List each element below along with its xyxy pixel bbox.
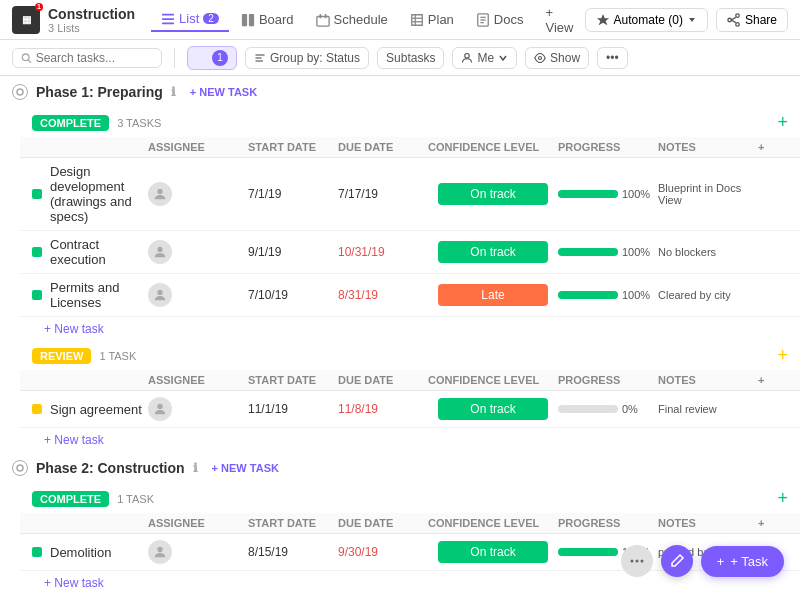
col-task (32, 141, 148, 153)
more-button[interactable]: ••• (597, 47, 628, 69)
svg-point-25 (465, 53, 470, 58)
review-add-icon[interactable]: + (777, 345, 788, 366)
progress-pct: 100% (622, 188, 652, 200)
p2-complete-col-headers: ASSIGNEE START DATE DUE DATE CONFIDENCE … (20, 513, 800, 534)
person-silhouette-icon (153, 288, 167, 302)
svg-point-31 (157, 404, 162, 409)
tab-plan[interactable]: Plan (400, 8, 464, 31)
progress-bar (558, 291, 618, 299)
complete-new-task[interactable]: + New task (20, 317, 800, 341)
task-name: Design development (drawings and specs) (50, 164, 148, 224)
svg-point-39 (640, 560, 643, 563)
svg-point-32 (17, 465, 23, 471)
review-task-count: 1 TASK (99, 350, 136, 362)
phase1-review-header: REVIEW 1 TASK + (20, 341, 800, 370)
toolbar-divider (174, 48, 175, 68)
app-logo: ▦ 1 (12, 6, 40, 34)
phase1-name: Phase 1: Preparing (36, 84, 163, 100)
phase2-new-task-button[interactable]: + NEW TASK (206, 460, 285, 476)
me-button[interactable]: Me (452, 47, 517, 69)
toolbar: 1 Group by: Status Subtasks Me Show ••• (0, 40, 800, 76)
svg-point-33 (157, 547, 162, 552)
confidence-badge: On track (438, 541, 548, 563)
col-due: DUE DATE (338, 374, 428, 386)
assignee-cell (148, 283, 248, 307)
tab-docs[interactable]: Docs (466, 8, 534, 31)
col-notes: NOTES (658, 517, 758, 529)
svg-rect-3 (242, 13, 247, 25)
progress-pct: 0% (622, 403, 652, 415)
phase1-toggle[interactable] (12, 84, 28, 100)
start-date: 7/10/19 (248, 288, 338, 302)
progress-cell: 0% (558, 403, 658, 415)
show-button[interactable]: Show (525, 47, 589, 69)
tab-add-view-label: + View (545, 5, 574, 35)
phase1-review-section: REVIEW 1 TASK + ASSIGNEE START DATE DUE … (20, 341, 800, 452)
tab-schedule[interactable]: Schedule (306, 8, 398, 31)
person-icon (461, 52, 473, 64)
confidence-badge: On track (438, 398, 548, 420)
col-task (32, 374, 148, 386)
me-label: Me (477, 51, 494, 65)
task-name-cell: Contract execution (32, 237, 148, 267)
fab-task-button[interactable]: + + Task (701, 546, 784, 577)
app-logo-text: ▦ (22, 14, 31, 25)
col-progress: PROGRESS (558, 517, 658, 529)
tab-add-view[interactable]: + View (535, 1, 584, 39)
subtasks-label: Subtasks (386, 51, 435, 65)
tab-board[interactable]: Board (231, 8, 304, 31)
due-date: 11/8/19 (338, 402, 428, 416)
svg-point-26 (539, 56, 542, 59)
phase2-toggle[interactable] (12, 460, 28, 476)
eye-icon (534, 52, 546, 64)
col-due: DUE DATE (338, 517, 428, 529)
p2-complete-add-icon[interactable]: + (777, 488, 788, 509)
due-date: 10/31/19 (338, 245, 428, 259)
search-input[interactable] (36, 51, 153, 65)
progress-bar (558, 248, 618, 256)
svg-line-18 (731, 17, 735, 20)
tab-list[interactable]: List 2 (151, 7, 229, 32)
start-date: 7/1/19 (248, 187, 338, 201)
svg-point-29 (157, 247, 162, 252)
col-add: + (758, 517, 788, 529)
tab-plan-label: Plan (428, 12, 454, 27)
phase2-info-icon[interactable]: ℹ (193, 461, 198, 475)
schedule-icon (316, 13, 330, 27)
phase1-new-task-button[interactable]: + NEW TASK (184, 84, 263, 100)
progress-fill (558, 291, 618, 299)
due-date: 8/31/19 (338, 288, 428, 302)
fab-dots-button[interactable] (621, 545, 653, 577)
confidence-cell: On track (428, 183, 558, 205)
search-box[interactable] (12, 48, 162, 68)
phase1-info-icon[interactable]: ℹ (171, 85, 176, 99)
automate-button[interactable]: Automate (0) (585, 8, 708, 32)
progress-cell: 100% (558, 188, 658, 200)
progress-cell: 100% (558, 289, 658, 301)
svg-line-21 (28, 60, 31, 63)
col-confidence: CONFIDENCE LEVEL (428, 517, 558, 529)
avatar (148, 182, 172, 206)
filter-button[interactable]: 1 (187, 46, 237, 70)
show-label: Show (550, 51, 580, 65)
share-button[interactable]: Share (716, 8, 788, 32)
automate-icon (596, 13, 610, 27)
list-icon (161, 12, 175, 26)
subtasks-button[interactable]: Subtasks (377, 47, 444, 69)
group-by-button[interactable]: Group by: Status (245, 47, 369, 69)
app-title: Construction (48, 6, 135, 22)
filter-icon (196, 52, 208, 64)
due-date: 9/30/19 (338, 545, 428, 559)
complete-add-icon[interactable]: + (777, 112, 788, 133)
task-name: Contract execution (50, 237, 148, 267)
svg-rect-4 (249, 13, 254, 25)
fab-task-label: + Task (730, 554, 768, 569)
fab-edit-button[interactable] (661, 545, 693, 577)
tab-schedule-label: Schedule (334, 12, 388, 27)
progress-bar (558, 405, 618, 413)
p2-complete-badge: COMPLETE (32, 491, 109, 507)
task-dot (32, 547, 42, 557)
group-icon (254, 52, 266, 64)
share-icon (727, 13, 741, 27)
review-new-task[interactable]: + New task (20, 428, 800, 452)
